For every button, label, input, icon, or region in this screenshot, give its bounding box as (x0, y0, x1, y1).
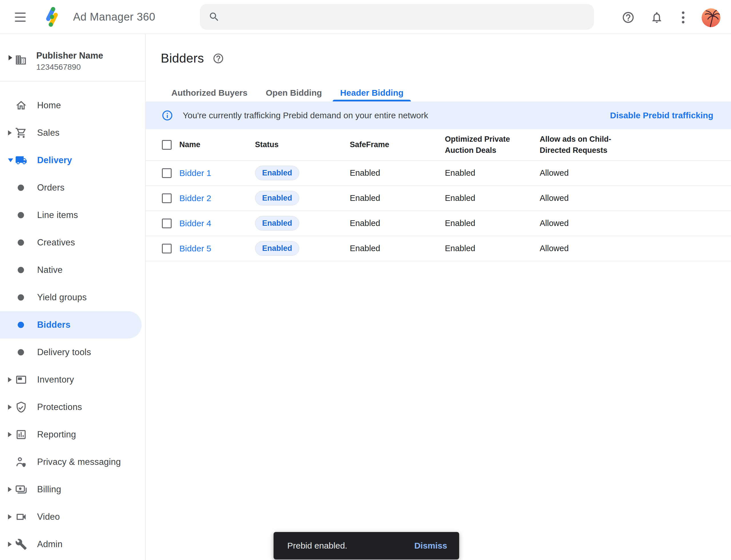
help-icon[interactable] (622, 11, 635, 24)
table-row: Bidder 2EnabledEnabledEnabledAllowed (146, 186, 731, 211)
chevron-right-icon[interactable] (8, 377, 12, 382)
hamburger-menu-icon[interactable] (15, 13, 26, 22)
sidebar-item-reporting[interactable]: Reporting (0, 421, 145, 448)
bar-chart-icon (15, 429, 27, 441)
search-icon (209, 11, 220, 23)
tab-authorized-buyers[interactable]: Authorized Buyers (164, 84, 255, 101)
sidebar-item-label: Creatives (37, 237, 75, 248)
ad-manager-logo-icon (45, 6, 59, 28)
select-all-checkbox[interactable] (162, 140, 172, 150)
info-banner: You're currently trafficking Prebid dema… (146, 101, 731, 129)
chevron-right-icon[interactable] (8, 432, 12, 437)
sidebar-item-label: Privacy & messaging (37, 457, 121, 467)
sidebar-item-label: Admin (37, 539, 63, 549)
sidebar-item-privacy-messaging[interactable]: Privacy & messaging (0, 448, 145, 476)
bullet-icon (18, 267, 24, 273)
column-header-optimized-private-auction-deals: Optimized Private Auction Deals (445, 129, 516, 160)
banner-message: You're currently trafficking Prebid dema… (183, 111, 428, 120)
page-title: Bidders (161, 51, 204, 65)
optimized-private-auction-deals-value: Enabled (445, 186, 516, 211)
publisher-selector[interactable]: Publisher Name 1234567890 (0, 34, 145, 81)
sidebar-item-home[interactable]: Home (0, 92, 145, 119)
privacy-person-icon (15, 456, 27, 468)
bullet-icon (18, 185, 24, 191)
chevron-right-icon[interactable] (8, 542, 12, 547)
sidebar-item-sales[interactable]: Sales (0, 119, 145, 147)
chevron-right-icon (9, 55, 12, 60)
column-header-child-directed: Allow ads on Child-Directed Requests (540, 129, 620, 160)
sidebar-item-inventory[interactable]: Inventory (0, 366, 145, 393)
safeframe-value: Enabled (350, 186, 380, 211)
sidebar: Publisher Name 1234567890 HomeSalesDeliv… (0, 34, 146, 560)
row-checkbox[interactable] (162, 193, 172, 203)
child-directed-value: Allowed (540, 186, 620, 211)
safeframe-value: Enabled (350, 211, 380, 236)
row-checkbox[interactable] (162, 168, 172, 178)
search-input[interactable] (227, 12, 585, 22)
bidder-link[interactable]: Bidder 1 (179, 168, 211, 178)
bullet-icon (18, 212, 24, 218)
shopping-cart-icon (15, 127, 27, 139)
ad-manager-app: Ad Manager 360 (0, 0, 731, 560)
shield-icon (15, 401, 27, 413)
sidebar-item-orders[interactable]: Orders (0, 174, 145, 201)
page-help-icon[interactable] (213, 53, 224, 64)
publisher-id: 1234567890 (36, 63, 81, 72)
sidebar-item-label: Delivery (37, 155, 72, 165)
info-icon (161, 109, 173, 121)
top-bar: Ad Manager 360 (0, 0, 731, 34)
sidebar-item-line-items[interactable]: Line items (0, 201, 145, 229)
tab-header-bidding[interactable]: Header Bidding (333, 84, 411, 101)
sidebar-item-label: Native (37, 265, 63, 275)
optimized-private-auction-deals-value: Enabled (445, 236, 516, 261)
bidder-link[interactable]: Bidder 4 (179, 219, 211, 228)
sidebar-item-creatives[interactable]: Creatives (0, 229, 145, 256)
disable-prebid-link[interactable]: Disable Prebid trafficking (610, 111, 713, 120)
child-directed-value: Allowed (540, 236, 620, 261)
sidebar-item-label: Video (37, 512, 60, 522)
main-content: Bidders Authorized BuyersOpen BiddingHea… (146, 34, 731, 560)
search-bar[interactable] (200, 4, 594, 30)
sidebar-item-bidders[interactable]: Bidders (0, 311, 142, 339)
notifications-bell-icon[interactable] (650, 11, 663, 24)
sidebar-item-protections[interactable]: Protections (0, 393, 145, 421)
sidebar-item-billing[interactable]: Billing (0, 476, 145, 503)
avatar[interactable] (702, 8, 720, 27)
table-row: Bidder 1EnabledEnabledEnabledAllowed (146, 161, 731, 186)
chevron-right-icon[interactable] (8, 487, 12, 492)
chevron-right-icon[interactable] (8, 514, 12, 519)
sidebar-item-label: Delivery tools (37, 347, 91, 357)
dismiss-button[interactable]: Dismiss (414, 541, 447, 551)
sidebar-item-admin[interactable]: Admin (0, 531, 145, 558)
sidebar-item-delivery[interactable]: Delivery (0, 147, 145, 174)
row-checkbox[interactable] (162, 219, 172, 228)
more-options-icon[interactable] (680, 11, 686, 23)
building-icon (15, 54, 27, 66)
chevron-right-icon[interactable] (8, 405, 12, 410)
sidebar-item-video[interactable]: Video (0, 503, 145, 531)
bidder-link[interactable]: Bidder 5 (179, 244, 211, 253)
bullet-icon (18, 349, 24, 355)
sidebar-item-native[interactable]: Native (0, 256, 145, 284)
sidebar-item-delivery-tools[interactable]: Delivery tools (0, 339, 145, 366)
bullet-icon (18, 294, 24, 301)
safeframe-value: Enabled (350, 236, 380, 261)
table-row: Bidder 5EnabledEnabledEnabledAllowed (146, 236, 731, 261)
ad-unit-icon (15, 374, 27, 386)
bidder-link[interactable]: Bidder 2 (179, 193, 211, 203)
bidders-table: Name Status SafeFrame Optimized Private … (146, 129, 731, 261)
tab-open-bidding[interactable]: Open Bidding (259, 84, 330, 101)
sidebar-item-yield-groups[interactable]: Yield groups (0, 284, 145, 311)
optimized-private-auction-deals-value: Enabled (445, 161, 516, 185)
page-header: Bidders (161, 51, 224, 65)
row-checkbox[interactable] (162, 244, 172, 253)
status-badge: Enabled (255, 166, 299, 180)
chevron-right-icon[interactable] (8, 130, 12, 135)
video-camera-icon (15, 511, 27, 523)
column-header-name: Name (179, 129, 201, 160)
publisher-name: Publisher Name (36, 51, 103, 61)
chevron-down-icon[interactable] (8, 159, 13, 162)
status-badge: Enabled (255, 191, 299, 205)
column-header-safeframe: SafeFrame (350, 129, 389, 160)
sidebar-item-label: Bidders (37, 320, 71, 330)
